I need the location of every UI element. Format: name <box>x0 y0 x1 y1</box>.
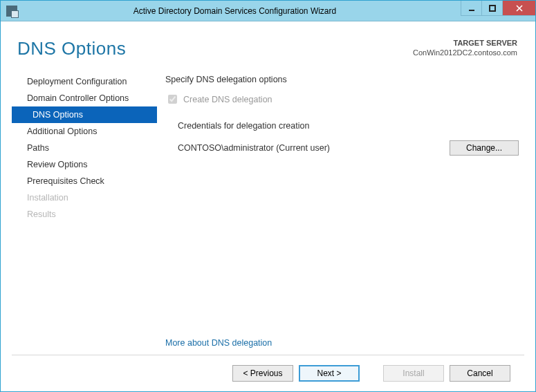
content-area: DNS Options TARGET SERVER ConWin2012DC2.… <box>1 21 535 391</box>
target-server-name: ConWin2012DC2.contoso.com <box>413 48 517 57</box>
credentials-heading: Credentials for delegation creation <box>178 121 519 131</box>
sidebar-item-results: Results <box>12 206 157 223</box>
sidebar: Deployment Configuration Domain Controll… <box>12 72 157 355</box>
target-server-label: TARGET SERVER <box>413 38 517 48</box>
create-dns-delegation-label: Create DNS delegation <box>183 95 272 104</box>
main-panel: Specify DNS delegation options Create DN… <box>157 72 524 355</box>
close-button[interactable] <box>502 1 535 16</box>
create-dns-delegation-row: Create DNS delegation <box>165 93 519 106</box>
minimize-icon <box>468 5 475 12</box>
credentials-row: CONTOSO\administrator (Current user) Cha… <box>178 140 519 156</box>
window-controls <box>461 1 535 16</box>
more-about-dns-delegation-link[interactable]: More about DNS delegation <box>165 338 519 348</box>
change-credentials-button[interactable]: Change... <box>450 140 519 156</box>
titlebar[interactable]: Active Directory Domain Services Configu… <box>1 1 535 21</box>
sidebar-item-deployment-configuration[interactable]: Deployment Configuration <box>12 73 157 90</box>
next-button[interactable]: Next > <box>299 365 360 382</box>
button-gap <box>365 365 378 382</box>
target-server-block: TARGET SERVER ConWin2012DC2.contoso.com <box>413 38 517 58</box>
spacer <box>165 156 519 338</box>
svg-rect-0 <box>469 10 474 11</box>
install-button: Install <box>383 365 444 382</box>
close-icon <box>516 5 523 12</box>
footer: < Previous Next > Install Cancel <box>12 355 524 391</box>
body-row: Deployment Configuration Domain Controll… <box>12 72 524 355</box>
sidebar-item-review-options[interactable]: Review Options <box>12 156 157 173</box>
sidebar-item-additional-options[interactable]: Additional Options <box>12 123 157 140</box>
page-title: DNS Options <box>17 38 126 59</box>
sidebar-item-paths[interactable]: Paths <box>12 140 157 156</box>
header-row: DNS Options TARGET SERVER ConWin2012DC2.… <box>12 28 524 72</box>
create-dns-delegation-checkbox <box>168 95 177 104</box>
app-icon <box>6 6 17 17</box>
sidebar-item-prerequisites-check[interactable]: Prerequisites Check <box>12 173 157 189</box>
sidebar-item-dns-options[interactable]: DNS Options <box>12 106 157 123</box>
section-title: Specify DNS delegation options <box>165 75 519 84</box>
previous-button[interactable]: < Previous <box>232 365 293 382</box>
svg-rect-1 <box>490 6 495 11</box>
wizard-window: Active Directory Domain Services Configu… <box>0 0 536 392</box>
sidebar-item-domain-controller-options[interactable]: Domain Controller Options <box>12 90 157 106</box>
maximize-button[interactable] <box>481 1 502 16</box>
minimize-button[interactable] <box>461 1 481 16</box>
window-title: Active Directory Domain Services Configu… <box>17 6 535 16</box>
credentials-user: CONTOSO\administrator (Current user) <box>178 143 406 153</box>
maximize-icon <box>489 5 496 12</box>
cancel-button[interactable]: Cancel <box>450 365 510 382</box>
sidebar-item-installation: Installation <box>12 189 157 206</box>
